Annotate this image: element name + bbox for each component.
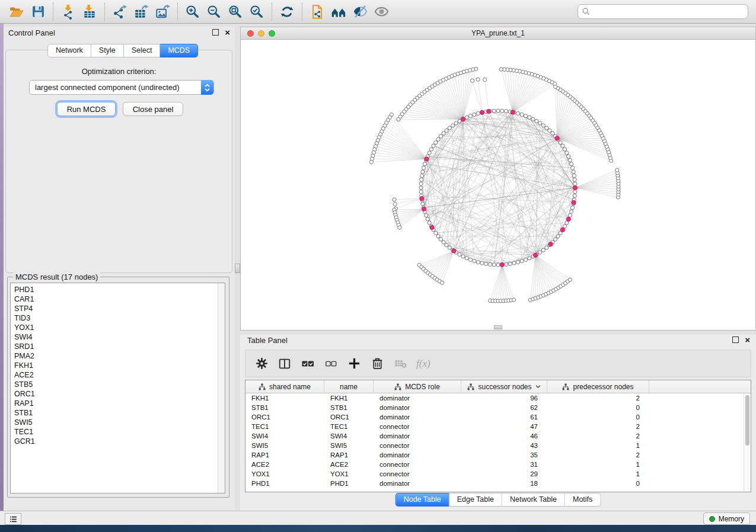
select-all-button[interactable] [301, 357, 315, 371]
toolbar-separator [177, 3, 178, 21]
mcds-result-item[interactable]: FKH1 [11, 361, 225, 370]
network-graph-canvas[interactable] [241, 40, 755, 330]
mcds-result-item[interactable]: ORC1 [11, 389, 225, 399]
table-row[interactable]: TEC1TEC1connector472 [245, 422, 751, 431]
horizontal-splitter-handle[interactable] [494, 325, 502, 329]
close-panel-button[interactable]: Close panel [123, 102, 183, 116]
table-row[interactable]: ORC1ORC1dominator610 [245, 412, 751, 422]
first-neighbors-button[interactable] [328, 2, 349, 21]
table-row[interactable]: SWI4SWI4dominator462 [245, 431, 751, 441]
export-table-button[interactable] [130, 2, 152, 21]
column-header-predecessor-nodes[interactable]: predecessor nodes [547, 380, 649, 393]
cell-shared-name: RAP1 [245, 450, 324, 460]
column-header-MCDS-role[interactable]: MCDS role [374, 380, 461, 393]
tab-motifs[interactable]: Motifs [565, 493, 601, 507]
eye-slash-icon [352, 4, 368, 20]
mcds-result-item[interactable]: SWI5 [11, 418, 225, 427]
table-row[interactable]: FKH1FKH1dominator962 [245, 393, 751, 403]
table-row[interactable]: RAP1RAP1dominator352 [245, 450, 751, 460]
float-panel-icon[interactable] [732, 336, 739, 343]
mcds-result-item[interactable]: CAR1 [11, 294, 225, 304]
mcds-result-item[interactable]: YOX1 [11, 323, 225, 332]
add-column-button[interactable] [347, 357, 361, 371]
mcds-result-item[interactable]: GCR1 [11, 437, 225, 446]
zoom-selected-button[interactable] [246, 2, 267, 21]
cell-MCDS-role: connector [374, 441, 461, 450]
column-header-label: shared name [269, 383, 311, 391]
vertical-splitter-handle[interactable] [235, 264, 240, 273]
hide-selected-button[interactable] [349, 2, 371, 21]
table-row[interactable]: STB1STB1dominator620 [245, 403, 751, 412]
optimization-criterion-select[interactable]: largest connected component (undirected) [29, 80, 214, 95]
table-row[interactable]: YOX1YOX1connector291 [245, 469, 751, 479]
column-header-successor-nodes[interactable]: successor nodes [461, 380, 547, 393]
show-columns-button[interactable] [277, 357, 292, 371]
cell-predecessor-nodes: 2 [547, 431, 649, 441]
mcds-result-item[interactable]: TEC1 [11, 427, 225, 437]
scrollbar-thumb[interactable] [745, 395, 749, 446]
zoom-fit-button[interactable] [225, 2, 246, 21]
tab-network-table[interactable]: Network Table [502, 493, 565, 507]
attribute-tree-icon [467, 383, 474, 390]
mcds-result-item[interactable]: STB1 [11, 408, 225, 418]
node-table-body: FKH1FKH1dominator962STB1STB1dominator620… [245, 393, 751, 488]
mcds-result-item[interactable]: RAP1 [11, 399, 225, 408]
cell-predecessor-nodes: 2 [547, 393, 649, 403]
network-window-titlebar[interactable]: YPA_prune.txt_1 [241, 27, 755, 40]
mcds-result-item[interactable]: SWI4 [11, 332, 225, 342]
mcds-result-item[interactable]: SRD1 [11, 342, 225, 351]
node-table-scrollbar[interactable] [744, 393, 751, 492]
network-from-document-button[interactable] [307, 2, 328, 21]
function-builder-button-disabled: f(x) [416, 358, 430, 370]
zoom-fit-icon [228, 4, 243, 20]
tab-network[interactable]: Network [47, 44, 91, 57]
cell-MCDS-role: connector [374, 422, 461, 431]
table-row[interactable]: ACE2ACE2connector311 [245, 460, 751, 469]
zoom-out-button[interactable] [203, 2, 225, 21]
mcds-result-item[interactable]: STP4 [11, 304, 225, 313]
mcds-result-list[interactable]: PHD1CAR1STP4TID3YOX1SWI4SRD1PMA2FKH1ACE2… [10, 283, 225, 493]
memory-status-icon [709, 516, 715, 522]
import-table-button[interactable] [79, 2, 100, 21]
refresh-button[interactable] [276, 2, 298, 21]
tab-node-table[interactable]: Node Table [395, 493, 449, 507]
open-file-button[interactable] [6, 2, 27, 21]
export-image-button[interactable] [152, 2, 173, 21]
mcds-result-item[interactable]: TID3 [11, 313, 225, 323]
tab-select[interactable]: Select [124, 44, 161, 57]
search-input[interactable] [578, 4, 748, 19]
gear-icon [255, 357, 269, 370]
vertical-splitter[interactable] [235, 27, 240, 511]
mcds-result-item[interactable]: ACE2 [11, 370, 225, 380]
node-table[interactable]: shared namenameMCDS rolesuccessor nodesp… [245, 380, 751, 492]
split-columns-icon [278, 357, 291, 370]
tab-style[interactable]: Style [91, 44, 124, 57]
save-session-button[interactable] [27, 2, 49, 21]
close-panel-icon[interactable]: × [225, 29, 230, 36]
tab-edge-table[interactable]: Edge Table [449, 493, 502, 507]
show-all-button[interactable] [371, 2, 392, 21]
column-header-name[interactable]: name [324, 380, 374, 393]
float-panel-icon[interactable] [212, 29, 219, 36]
import-network-button[interactable] [58, 2, 79, 21]
task-history-button[interactable] [5, 513, 21, 525]
cell-name: PHD1 [324, 479, 374, 488]
tab-mcds[interactable]: MCDS [160, 44, 198, 57]
mcds-result-item[interactable]: PHD1 [11, 285, 225, 294]
zoom-in-button[interactable] [182, 2, 203, 21]
close-panel-icon[interactable]: × [745, 336, 750, 343]
export-network-button[interactable] [109, 2, 130, 21]
table-row[interactable]: SWI5SWI5connector431 [245, 441, 751, 450]
search-icon [582, 7, 591, 16]
delete-column-button[interactable] [370, 357, 384, 371]
mcds-list-scrollbar[interactable] [218, 283, 225, 493]
run-mcds-button[interactable]: Run MCDS [57, 102, 116, 116]
column-header-shared-name[interactable]: shared name [245, 380, 324, 393]
deselect-all-button[interactable] [324, 357, 338, 371]
delete-table-button-disabled [393, 357, 407, 371]
memory-button[interactable]: Memory [703, 512, 750, 525]
table-row[interactable]: PHD1PHD1dominator180 [245, 479, 751, 488]
table-settings-button[interactable] [254, 357, 269, 371]
mcds-result-item[interactable]: STB5 [11, 380, 225, 389]
mcds-result-item[interactable]: PMA2 [11, 351, 225, 361]
